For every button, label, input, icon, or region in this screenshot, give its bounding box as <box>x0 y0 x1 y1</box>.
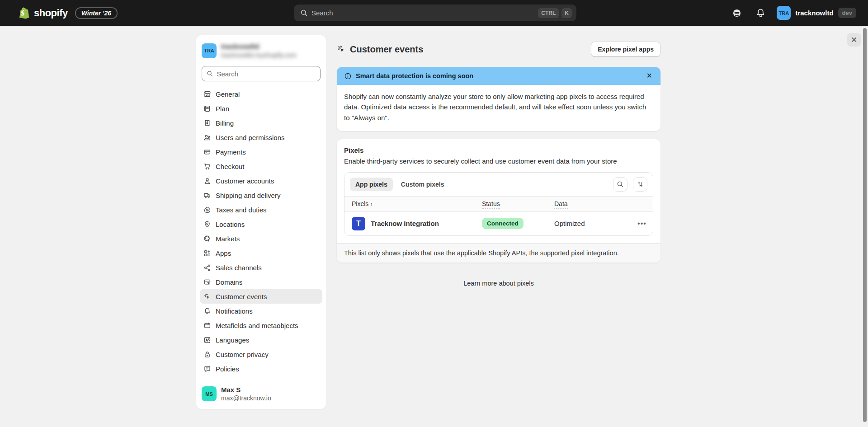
sidebar-item-label: Customer events <box>216 293 267 300</box>
pixels-footer-link[interactable]: pixels <box>402 249 419 257</box>
optimized-data-access-link[interactable]: Optimized data access <box>361 103 430 111</box>
sidebar-item-label: Apps <box>216 249 231 257</box>
sidebar-item-payments[interactable]: Payments <box>200 145 322 159</box>
sidekick-button[interactable] <box>730 6 744 20</box>
pixel-row-tracknow-integration[interactable]: T Tracknow Integration Connected Optimiz… <box>344 212 653 235</box>
sidebar-item-billing[interactable]: Billing <box>200 116 322 130</box>
sidebar-item-label: Customer privacy <box>216 351 269 358</box>
pixels-list: App pixels Custom pixels Pixels↑ <box>344 172 653 236</box>
column-header-data[interactable]: Data <box>554 200 568 209</box>
vertical-scrollbar[interactable] <box>863 28 867 422</box>
search-pixels-button[interactable] <box>613 177 627 192</box>
topbar: shopify Winter '26 Search CTRL K TRA t <box>0 0 868 26</box>
store-name: tracknowltd <box>795 9 833 17</box>
sort-pixels-button[interactable] <box>633 177 647 192</box>
sidebar-item-label: Policies <box>216 365 239 373</box>
sidebar-item-customer-events[interactable]: Customer events <box>200 289 322 304</box>
sidebar-item-customer-accounts[interactable]: Customer accounts <box>200 174 322 188</box>
sidebar-item-markets[interactable]: Markets <box>200 231 322 246</box>
status-badge: Connected <box>482 218 524 229</box>
tab-app-pixels[interactable]: App pixels <box>350 178 393 191</box>
sidebar-item-notifications[interactable]: Notifications <box>200 304 322 318</box>
sidebar-item-label: Customer accounts <box>216 177 274 185</box>
shortcut-k-key: K <box>561 8 572 18</box>
user-name: Max S <box>221 386 271 394</box>
customer-events-icon <box>337 45 346 54</box>
footer-text: This list only shows <box>344 249 402 257</box>
shopify-bag-icon <box>18 7 30 19</box>
search-icon <box>617 181 624 188</box>
sidebar-item-users-and-permissions[interactable]: Users and permissions <box>200 130 322 145</box>
sidebar-user[interactable]: MS Max S max@tracknow.io <box>196 380 326 409</box>
shortcut-ctrl-key: CTRL <box>538 8 559 18</box>
pixels-card: Pixels Enable third-party services to se… <box>337 139 660 263</box>
sidebar-item-taxes-and-duties[interactable]: Taxes and duties <box>200 202 322 217</box>
sidebar-item-metafields-and-metaobjects[interactable]: Metafields and metaobjects <box>200 318 322 333</box>
sidebar-item-sales-channels[interactable]: Sales channels <box>200 260 322 275</box>
sidebar-item-customer-privacy[interactable]: Customer privacy <box>200 347 322 361</box>
sidebar-store-header: TRA tracknowltd tracknowltd.myshopify.co… <box>196 35 326 65</box>
sidebar-item-locations[interactable]: Locations <box>200 217 322 231</box>
sidebar-item-label: Plan <box>216 105 229 113</box>
languages-icon <box>203 336 211 344</box>
plan-icon <box>203 105 211 113</box>
sidebar-item-label: Markets <box>216 235 240 243</box>
markets-globe-icon <box>203 235 211 243</box>
sidebar-item-label: Locations <box>216 221 245 228</box>
sidebar-item-apps[interactable]: Apps <box>200 246 322 260</box>
sidebar-item-general[interactable]: General <box>200 87 322 101</box>
sidebar-item-plan[interactable]: Plan <box>200 101 322 116</box>
sidebar-item-label: Billing <box>216 119 234 127</box>
sidebar-item-domains[interactable]: Domains <box>200 275 322 289</box>
row-more-actions-button[interactable]: ••• <box>637 220 646 227</box>
sidebar-search-input[interactable] <box>217 70 316 78</box>
bell-icon <box>756 8 765 18</box>
store-avatar: TRA <box>777 6 791 20</box>
banner-close-icon[interactable]: ✕ <box>646 71 653 80</box>
sidebar-item-label: Checkout <box>216 163 244 170</box>
search-placeholder: Search <box>311 9 535 17</box>
settings-overlay: ✕ TRA tracknowltd tracknowltd.myshopify.… <box>0 26 868 427</box>
sidebar-item-label: Domains <box>216 278 242 286</box>
data-access-value: Optimized <box>554 220 585 227</box>
sidebar-item-label: Languages <box>216 336 249 344</box>
sort-direction-icon: ↑ <box>370 201 373 207</box>
user-email: max@tracknow.io <box>221 394 271 402</box>
sidebar-search[interactable] <box>202 66 321 81</box>
sidebar-item-policies[interactable]: Policies <box>200 361 322 376</box>
explore-pixel-apps-button[interactable]: Explore pixel apps <box>591 42 660 57</box>
store-account-menu[interactable]: TRA tracknowltd dev <box>777 6 856 20</box>
apps-grid-icon <box>203 249 211 257</box>
search-icon <box>207 70 213 77</box>
global-search-input[interactable]: Search CTRL K <box>294 5 576 21</box>
learn-more-link[interactable]: Learn more about pixels <box>463 280 534 287</box>
shopify-logo[interactable]: shopify <box>18 7 68 19</box>
release-badge: Winter '26 <box>75 7 118 19</box>
sidebar-item-label: Taxes and duties <box>216 206 267 214</box>
column-header-pixels[interactable]: Pixels↑ <box>352 200 373 207</box>
cart-icon <box>203 163 211 170</box>
close-settings-button[interactable]: ✕ <box>847 33 861 47</box>
sidebar-store-name: tracknowltd <box>221 42 297 50</box>
store-icon <box>203 90 211 98</box>
pixels-card-title: Pixels <box>344 146 653 154</box>
sidekick-icon <box>732 8 742 18</box>
notifications-button[interactable] <box>753 6 768 20</box>
sidebar-item-label: Shipping and delivery <box>216 192 280 199</box>
sidebar-item-shipping-and-delivery[interactable]: Shipping and delivery <box>200 188 322 202</box>
sidebar-item-label: Payments <box>216 148 246 156</box>
sidebar-item-languages[interactable]: Languages <box>200 333 322 347</box>
pixels-card-footer: This list only shows pixels that use the… <box>337 243 660 263</box>
lock-icon <box>203 351 211 358</box>
sidebar-store-avatar: TRA <box>202 43 217 58</box>
tab-custom-pixels[interactable]: Custom pixels <box>396 178 450 191</box>
sidebar-item-checkout[interactable]: Checkout <box>200 159 322 174</box>
banner-body: Shopify can now constantly analyze your … <box>337 85 660 131</box>
billing-icon <box>203 119 211 127</box>
pixel-name: Tracknow Integration <box>371 220 439 227</box>
sort-arrows-icon <box>637 181 644 188</box>
pixels-card-subtitle: Enable third-party services to securely … <box>344 157 653 165</box>
payments-icon <box>203 148 211 156</box>
column-header-status[interactable]: Status <box>482 200 500 209</box>
domains-icon <box>203 278 211 286</box>
